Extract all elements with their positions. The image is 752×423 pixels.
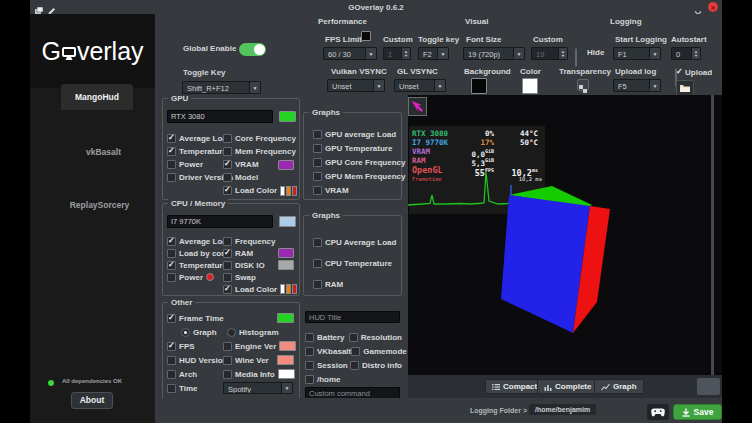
checkbox[interactable] bbox=[313, 144, 322, 153]
checkbox[interactable] bbox=[223, 237, 232, 246]
logo-block: Gverlay bbox=[30, 14, 155, 88]
perf-toggle-key-select[interactable]: F2▼ bbox=[418, 47, 449, 60]
visual-title: Visual bbox=[465, 17, 488, 27]
checkbox[interactable] bbox=[223, 160, 232, 169]
font-size-select[interactable]: 19 (720p)▼ bbox=[463, 47, 525, 60]
gpu-color-swatch[interactable] bbox=[279, 111, 296, 122]
checkbox[interactable] bbox=[313, 130, 322, 139]
histogram-radio[interactable] bbox=[227, 328, 236, 337]
checkbox[interactable] bbox=[223, 342, 232, 351]
load-color-chips[interactable] bbox=[280, 186, 297, 196]
cpu-color-swatch[interactable] bbox=[279, 216, 296, 227]
checkbox[interactable] bbox=[167, 147, 176, 156]
gpu-graphs-groupbox: Graphs GPU average Load GPU Temperature … bbox=[303, 112, 402, 200]
graph-button[interactable]: Graph bbox=[594, 379, 644, 394]
chevron-down-icon: ▼ bbox=[365, 48, 376, 59]
logging-folder-label: Logging Folder > bbox=[470, 407, 527, 414]
vram-color-swatch[interactable] bbox=[278, 160, 294, 170]
power-color-dot[interactable] bbox=[206, 273, 214, 281]
checkbox[interactable] bbox=[167, 314, 176, 323]
checkbox[interactable] bbox=[167, 237, 176, 246]
upload-log-select[interactable]: F5▼ bbox=[613, 79, 661, 92]
logging-folder-path[interactable]: /home/benjamim bbox=[529, 404, 596, 415]
save-button[interactable]: Save bbox=[673, 404, 722, 420]
checkbox[interactable] bbox=[223, 356, 232, 365]
color-swatch[interactable] bbox=[522, 78, 538, 94]
fps-limit-color-swatch[interactable] bbox=[361, 31, 371, 41]
complete-button[interactable]: Complete bbox=[537, 379, 598, 394]
checkbox[interactable] bbox=[223, 186, 232, 195]
autostart-spinner[interactable]: 0▲▼ bbox=[671, 47, 701, 60]
checkbox[interactable] bbox=[167, 356, 176, 365]
checkbox[interactable] bbox=[313, 280, 322, 289]
compact-button[interactable]: Compact bbox=[485, 379, 544, 394]
checkbox[interactable] bbox=[305, 347, 314, 356]
frame-time-color-swatch[interactable] bbox=[277, 313, 294, 323]
resize-handle-button[interactable] bbox=[697, 378, 720, 395]
checkbox[interactable] bbox=[223, 273, 232, 282]
gamepad-button[interactable] bbox=[647, 404, 669, 420]
gl-vsync-select[interactable]: Unset▼ bbox=[394, 79, 446, 92]
checkbox[interactable] bbox=[313, 158, 322, 167]
hide-checkbox[interactable] bbox=[575, 48, 577, 67]
checkbox[interactable] bbox=[223, 134, 232, 143]
close-icon[interactable]: ✕ bbox=[708, 2, 718, 12]
list-icon bbox=[492, 383, 500, 391]
checkbox[interactable] bbox=[167, 384, 176, 393]
checkbox[interactable] bbox=[350, 361, 359, 370]
checkbox[interactable] bbox=[313, 238, 322, 247]
diskio-color-swatch[interactable] bbox=[278, 260, 294, 270]
preview-scrollbar[interactable] bbox=[711, 95, 714, 375]
checkbox[interactable] bbox=[167, 370, 176, 379]
about-button[interactable]: About bbox=[71, 392, 113, 409]
load-color-chips[interactable] bbox=[280, 284, 297, 294]
sidebar-tab-replaysorcery[interactable]: ReplaySorcery bbox=[30, 200, 155, 210]
fps-limit-label: FPS Limit bbox=[325, 35, 362, 45]
checkbox[interactable] bbox=[223, 249, 232, 258]
checkbox[interactable] bbox=[305, 361, 314, 370]
global-enable-toggle[interactable] bbox=[239, 43, 266, 56]
media-info-color-swatch[interactable] bbox=[278, 369, 295, 379]
other-title: Other bbox=[168, 298, 195, 307]
checkbox[interactable] bbox=[305, 375, 314, 384]
checkbox[interactable] bbox=[223, 173, 232, 182]
checkbox[interactable] bbox=[167, 261, 176, 270]
checkbox[interactable] bbox=[305, 333, 314, 342]
fps-custom-spinner[interactable]: 1▲▼ bbox=[383, 47, 411, 60]
sidebar-tab-vkbasalt[interactable]: vkBasalt bbox=[30, 147, 155, 157]
checkbox[interactable] bbox=[351, 347, 360, 356]
visual-custom-spinner[interactable]: 19▲▼ bbox=[531, 47, 568, 60]
checkbox[interactable] bbox=[167, 134, 176, 143]
checkbox[interactable] bbox=[223, 285, 232, 294]
checkbox[interactable] bbox=[313, 172, 322, 181]
ram-color-swatch[interactable] bbox=[278, 248, 294, 258]
engine-color-swatch[interactable] bbox=[279, 341, 296, 351]
graph-radio[interactable] bbox=[181, 328, 190, 337]
hud-title-input[interactable] bbox=[305, 311, 400, 323]
cpu-name-input[interactable] bbox=[167, 215, 273, 228]
checkbox[interactable] bbox=[313, 259, 322, 268]
log-folder-button[interactable] bbox=[676, 80, 694, 96]
checkbox[interactable] bbox=[223, 370, 232, 379]
background-color-swatch[interactable] bbox=[471, 78, 487, 94]
checkbox[interactable] bbox=[167, 342, 176, 351]
checkbox[interactable] bbox=[313, 186, 322, 195]
vulkan-vsync-select[interactable]: Unset▼ bbox=[327, 79, 385, 92]
media-player-select[interactable]: Spotify▼ bbox=[223, 382, 293, 394]
spinner-arrows-icon: ▲▼ bbox=[691, 48, 700, 59]
checkbox[interactable] bbox=[167, 160, 176, 169]
toggle-key-select[interactable]: Shift_R+F12▼ bbox=[182, 81, 261, 94]
checkbox[interactable] bbox=[167, 173, 176, 182]
fps-limit-select[interactable]: 60 / 30▼ bbox=[323, 47, 377, 60]
checkbox[interactable] bbox=[223, 261, 232, 270]
start-logging-select[interactable]: F1▼ bbox=[613, 47, 661, 60]
checkbox[interactable] bbox=[167, 273, 176, 282]
autostart-label: Autostart bbox=[671, 35, 707, 45]
wine-color-swatch[interactable] bbox=[277, 355, 294, 365]
sidebar-tab-mangohud[interactable]: MangoHud bbox=[61, 84, 133, 110]
checkbox[interactable] bbox=[349, 333, 358, 342]
transparency-button[interactable] bbox=[577, 79, 589, 91]
checkbox[interactable] bbox=[167, 249, 176, 258]
checkbox[interactable] bbox=[223, 147, 232, 156]
gpu-name-input[interactable] bbox=[167, 110, 273, 123]
